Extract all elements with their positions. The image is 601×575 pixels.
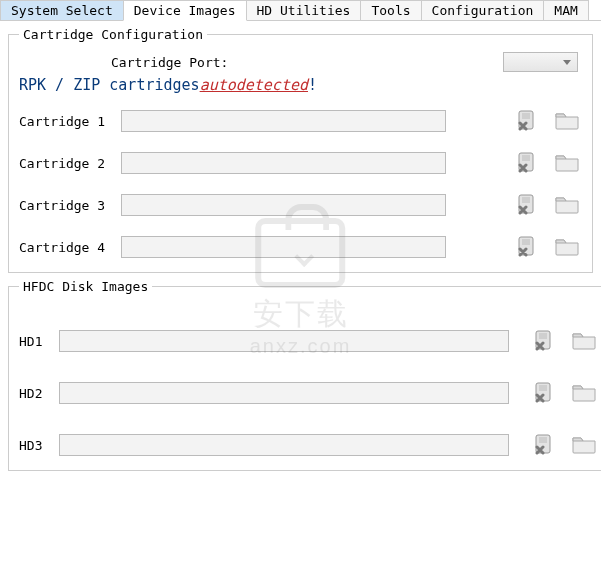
hd1-row: HD1 — [19, 328, 599, 354]
hd1-clear-button[interactable] — [529, 328, 559, 354]
cartridge-row-2: Cartridge 2 — [19, 150, 582, 176]
cartridge-row-4: Cartridge 4 — [19, 234, 582, 260]
cartridge-4-label: Cartridge 4 — [19, 240, 111, 255]
cartridge-port-label: Cartridge Port: — [111, 55, 228, 70]
svg-rect-9 — [539, 333, 547, 339]
cartridge-port-select[interactable] — [503, 52, 578, 72]
eject-icon — [516, 151, 538, 176]
cartridge-1-input[interactable] — [121, 110, 446, 132]
hfdc-legend: HFDC Disk Images — [19, 279, 152, 294]
hd3-label: HD3 — [19, 438, 49, 453]
cartridge-4-clear-button[interactable] — [512, 234, 542, 260]
cartridge-2-clear-button[interactable] — [512, 150, 542, 176]
cartridge-1-label: Cartridge 1 — [19, 114, 111, 129]
hd2-clear-button[interactable] — [529, 380, 559, 406]
tab-mam[interactable]: MAM — [543, 0, 588, 20]
folder-icon — [555, 110, 579, 133]
folder-icon — [555, 236, 579, 259]
cartridge-legend: Cartridge Configuration — [19, 27, 207, 42]
tab-bar: System Select Device Images HD Utilities… — [0, 0, 601, 21]
cartridge-1-browse-button[interactable] — [552, 108, 582, 134]
cartridge-2-label: Cartridge 2 — [19, 156, 111, 171]
eject-icon — [516, 109, 538, 134]
folder-icon — [555, 152, 579, 175]
eject-icon — [516, 193, 538, 218]
cartridge-3-input[interactable] — [121, 194, 446, 216]
tab-tools[interactable]: Tools — [360, 0, 421, 20]
tab-configuration[interactable]: Configuration — [421, 0, 545, 20]
cartridge-2-browse-button[interactable] — [552, 150, 582, 176]
cartridge-4-input[interactable] — [121, 236, 446, 258]
hd2-row: HD2 — [19, 380, 599, 406]
tab-content: Cartridge Configuration Cartridge Port: … — [0, 21, 601, 483]
cartridge-row-3: Cartridge 3 — [19, 192, 582, 218]
eject-icon — [533, 433, 555, 458]
notice-suffix: ! — [308, 76, 317, 94]
hd3-row: HD3 — [19, 432, 599, 458]
cartridge-2-input[interactable] — [121, 152, 446, 174]
hfdc-rows: HD1 HD2 — [19, 302, 599, 458]
hd1-input[interactable] — [59, 330, 509, 352]
folder-icon — [572, 434, 596, 457]
tab-system-select[interactable]: System Select — [0, 0, 124, 20]
svg-rect-11 — [539, 385, 547, 391]
notice-detected: autodetected — [200, 76, 308, 94]
hfdc-disk-images-group: HFDC Disk Images HD1 HD2 — [8, 279, 601, 471]
eject-icon — [533, 381, 555, 406]
tab-hd-utilities[interactable]: HD Utilities — [246, 0, 362, 20]
hd1-browse-button[interactable] — [569, 328, 599, 354]
hd2-input[interactable] — [59, 382, 509, 404]
svg-rect-7 — [522, 239, 530, 245]
folder-icon — [572, 382, 596, 405]
svg-rect-1 — [522, 113, 530, 119]
hd2-browse-button[interactable] — [569, 380, 599, 406]
cartridge-rows: Cartridge 1 Cartridge 2 — [19, 108, 582, 260]
hd3-clear-button[interactable] — [529, 432, 559, 458]
hd1-label: HD1 — [19, 334, 49, 349]
tab-device-images[interactable]: Device Images — [123, 0, 247, 21]
eject-icon — [533, 329, 555, 354]
hd2-label: HD2 — [19, 386, 49, 401]
cartridge-3-browse-button[interactable] — [552, 192, 582, 218]
cartridge-3-label: Cartridge 3 — [19, 198, 111, 213]
cartridge-configuration-group: Cartridge Configuration Cartridge Port: … — [8, 27, 593, 273]
cartridge-3-clear-button[interactable] — [512, 192, 542, 218]
cartridge-1-clear-button[interactable] — [512, 108, 542, 134]
hd3-input[interactable] — [59, 434, 509, 456]
hd3-browse-button[interactable] — [569, 432, 599, 458]
eject-icon — [516, 235, 538, 260]
folder-icon — [555, 194, 579, 217]
autodetect-notice: RPK / ZIP cartridgesautodetected! — [19, 76, 582, 94]
folder-icon — [572, 330, 596, 353]
notice-prefix: RPK / ZIP cartridges — [19, 76, 200, 94]
svg-rect-3 — [522, 155, 530, 161]
svg-rect-5 — [522, 197, 530, 203]
cartridge-row-1: Cartridge 1 — [19, 108, 582, 134]
cartridge-4-browse-button[interactable] — [552, 234, 582, 260]
svg-rect-13 — [539, 437, 547, 443]
cartridge-port-row: Cartridge Port: — [19, 52, 582, 72]
